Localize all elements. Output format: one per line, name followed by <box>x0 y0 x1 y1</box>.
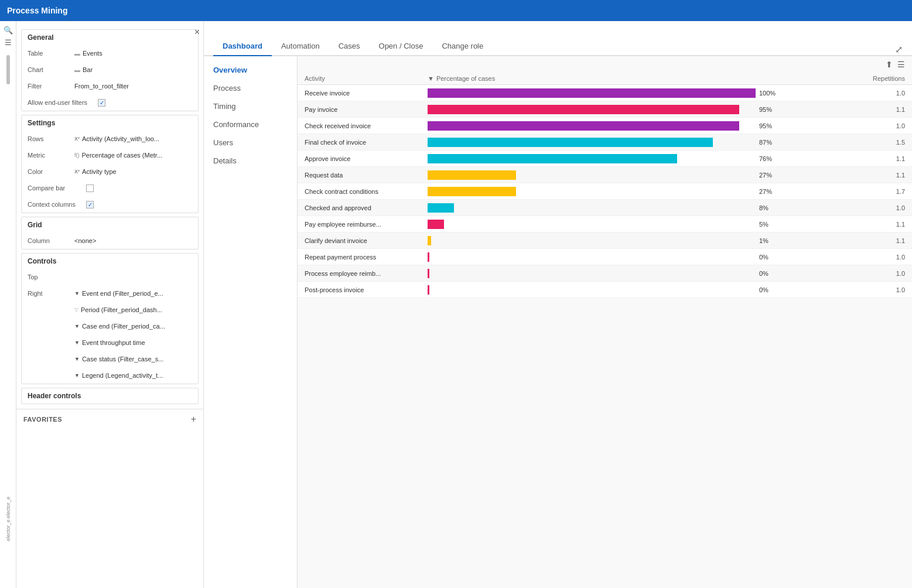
rep-cell: 1.1 <box>846 172 905 179</box>
right-value-2: ▽ Period (Filter_period_dash... <box>74 306 192 313</box>
top-label: Top <box>28 274 74 281</box>
content-toolbar: ⬆ ☰ <box>298 56 912 73</box>
pct-label: 0% <box>759 286 778 293</box>
chart-icon: ▬ <box>74 67 80 73</box>
tab-dashboard[interactable]: Dashboard <box>213 37 272 56</box>
grid-section: Grid Column <none> <box>21 217 199 249</box>
tab-cases[interactable]: Cases <box>329 37 370 56</box>
bar-cell: 1% <box>428 236 846 245</box>
favorites-bar: FAVORITES + <box>16 409 203 429</box>
activity-cell: Receive invoice <box>305 90 428 97</box>
bar-container <box>428 138 756 147</box>
right-control: Right ▼ Event end (Filter_period_e... <box>22 285 198 302</box>
export-button[interactable]: ⬆ <box>886 60 893 69</box>
column-label: Column <box>28 237 74 244</box>
list-view-button[interactable]: ☰ <box>897 60 905 69</box>
tab-change-role[interactable]: Change role <box>432 37 493 56</box>
table-row: Pay employee reimburse... 5% 1.1 <box>298 216 912 233</box>
chart-row-setting: Chart ▬ Bar <box>22 61 198 78</box>
add-favorite-button[interactable]: + <box>191 414 196 425</box>
context-columns-checkbox[interactable]: ✓ <box>86 201 94 208</box>
nav-item-details[interactable]: Details <box>204 152 297 170</box>
bar-container <box>428 285 756 295</box>
table-row: Check received invoice 95% 1.0 <box>298 118 912 134</box>
rows-label: Rows <box>28 135 74 142</box>
close-button[interactable]: × <box>194 27 200 37</box>
top-bar: Process Mining <box>0 0 912 21</box>
allow-filters-checkbox[interactable]: ✓ <box>98 99 105 107</box>
bar-container <box>428 203 756 213</box>
rep-cell: 1.7 <box>846 188 905 195</box>
nav-item-timing[interactable]: Timing <box>204 97 297 115</box>
bar-cell: 95% <box>428 121 846 131</box>
pct-label: 27% <box>759 188 778 195</box>
settings-subsection: Settings Rows X² Activity (Activity_with… <box>21 115 199 213</box>
right-control-4: ▼ Event throughput time <box>22 334 198 351</box>
nav-item-users[interactable]: Users <box>204 134 297 152</box>
right-value-3: ▼ Case end (Filter_period_ca... <box>74 323 192 330</box>
activity-cell: Approve invoice <box>305 155 428 162</box>
bar <box>428 252 429 262</box>
menu-icon[interactable]: ☰ <box>5 38 12 47</box>
rows-value: X² Activity (Activity_with_loo... <box>74 135 192 142</box>
tab-bar-actions: ⤢ <box>895 44 903 55</box>
expand-icon[interactable]: ⤢ <box>895 44 903 55</box>
activity-header: Activity <box>305 75 428 82</box>
bar-container <box>428 269 756 278</box>
settings-panel: × General Table ▬ Events Chart ▬ Bar Fil… <box>16 21 204 588</box>
right-control-5: ▼ Case status (Filter_case_s... <box>22 351 198 367</box>
bar-cell: 0% <box>428 252 846 262</box>
controls-title: Controls <box>22 254 198 269</box>
tab-open-close[interactable]: Open / Close <box>370 37 433 56</box>
rep-cell: 1.0 <box>846 122 905 129</box>
general-section: General Table ▬ Events Chart ▬ Bar Filte… <box>21 29 199 111</box>
pct-label: 1% <box>759 237 778 244</box>
bar <box>428 88 756 98</box>
rep-cell: 1.1 <box>846 221 905 228</box>
nav-item-process[interactable]: Process <box>204 79 297 97</box>
pct-label: 95% <box>759 122 778 129</box>
table-row: Clarify deviant invoice 1% 1.1 <box>298 233 912 249</box>
nav-item-conformance[interactable]: Conformance <box>204 115 297 134</box>
x2-icon-color: X² <box>74 169 80 175</box>
bar-container <box>428 220 756 229</box>
nav-item-overview[interactable]: Overview <box>204 61 297 79</box>
right-control-3: ▼ Case end (Filter_period_ca... <box>22 318 198 334</box>
pct-label: 95% <box>759 106 778 113</box>
activity-cell: Check contract conditions <box>305 188 428 195</box>
table-row: Final check of invoice 87% 1.5 <box>298 134 912 151</box>
tab-automation[interactable]: Automation <box>272 37 329 56</box>
selector-labels: elector_e elector_e <box>5 497 11 541</box>
activity-cell: Process employee reimb... <box>305 270 428 277</box>
table-row: Post-process invoice 0% 1.0 <box>298 282 912 298</box>
rows-setting: Rows X² Activity (Activity_with_loo... <box>22 131 198 147</box>
selector-label-2: elector_e <box>5 519 11 541</box>
bar-cell: 8% <box>428 203 846 213</box>
bar-cell: 76% <box>428 154 846 163</box>
bar <box>428 203 454 213</box>
grid-title: Grid <box>22 217 198 233</box>
selector-label-1: elector_e <box>5 497 11 518</box>
activity-cell: Check received invoice <box>305 122 428 129</box>
filter-icon-1: ▼ <box>74 290 80 296</box>
activity-cell: Checked and approved <box>305 204 428 211</box>
rep-cell: 1.0 <box>846 90 905 97</box>
search-icon[interactable]: 🔍 <box>4 26 13 35</box>
table-value: ▬ Events <box>74 50 192 57</box>
right-label: Right <box>28 290 74 297</box>
activity-cell: Final check of invoice <box>305 139 428 146</box>
header-controls-title: Header controls <box>22 388 198 404</box>
app-title: Process Mining <box>7 6 67 15</box>
rep-cell: 1.1 <box>846 106 905 113</box>
context-columns-label: Context columns <box>28 201 86 208</box>
chart-label: Chart <box>28 66 74 73</box>
bar-container <box>428 88 756 98</box>
chart-rows: Receive invoice 100% 1.0 Pay invoice 95%… <box>298 85 912 588</box>
activity-cell: Pay invoice <box>305 106 428 113</box>
compare-bar-checkbox[interactable] <box>86 184 94 192</box>
activity-cell: Repeat payment process <box>305 254 428 261</box>
bar-container <box>428 170 756 180</box>
bar <box>428 121 739 131</box>
bar <box>428 154 677 163</box>
sort-arrow[interactable]: ▼ <box>428 75 434 82</box>
